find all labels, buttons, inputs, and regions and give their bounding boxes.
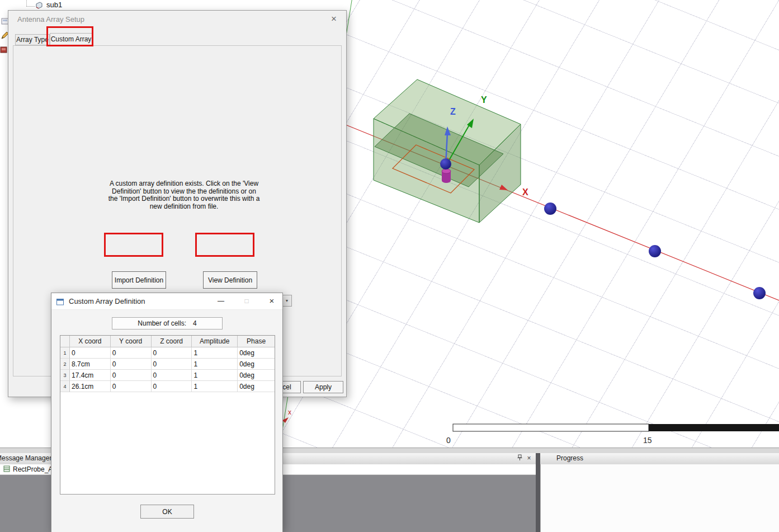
tab-array-type[interactable]: Array Type (15, 34, 50, 45)
cell-z[interactable]: 0 (152, 381, 192, 392)
col-header-phase: Phase (238, 336, 275, 347)
message-manager-title: Message Manager (0, 453, 51, 464)
cell-phase[interactable]: 0deg (238, 370, 275, 381)
dock-splitter[interactable] (536, 453, 540, 532)
table-row: 1 0 0 0 1 0deg (60, 347, 275, 359)
cell-amplitude[interactable]: 1 (192, 381, 238, 392)
progress-content (540, 464, 779, 532)
cell-x[interactable]: 8.7cm (70, 359, 111, 370)
row-index: 2 (60, 359, 70, 370)
project-tree-sliver: sub1 (0, 0, 348, 10)
cell-z[interactable]: 0 (152, 359, 192, 370)
view-definition-button[interactable]: View Definition (203, 271, 257, 289)
close-icon[interactable]: × (328, 13, 339, 25)
cell-amplitude[interactable]: 1 (192, 370, 238, 381)
number-of-cells-label: Number of cells: (138, 319, 186, 327)
dialog-title: Antenna Array Setup (17, 15, 84, 23)
row-index: 1 (60, 347, 70, 359)
tab-custom-array[interactable]: Custom Array (50, 33, 92, 46)
row-index: 3 (60, 370, 70, 381)
cell-x[interactable]: 17.4cm (70, 370, 111, 381)
corner-header (60, 336, 70, 347)
antenna-array-setup-title-bar[interactable]: Antenna Array Setup × (8, 11, 346, 27)
feed-probe[interactable] (442, 169, 451, 183)
minimize-icon[interactable]: — (216, 296, 226, 306)
cell-phase[interactable]: 0deg (238, 381, 275, 392)
close-icon[interactable]: × (267, 296, 277, 306)
number-of-cells-field: Number of cells: 4 (112, 317, 223, 329)
message-item-label: RectProbe_A (13, 465, 53, 473)
progress-title-bar[interactable]: Progress (540, 453, 779, 465)
dock-close-icon[interactable]: × (525, 454, 533, 463)
array-element-origin[interactable] (440, 158, 451, 170)
cell-amplitude[interactable]: 1 (192, 347, 238, 359)
cell-amplitude[interactable]: 1 (192, 359, 238, 370)
col-header-amplitude: Amplitude (192, 336, 238, 347)
tree-item-sub1[interactable]: sub1 (46, 1, 62, 9)
dock-pin-icon[interactable] (516, 454, 523, 463)
cell-y[interactable]: 0 (111, 370, 152, 381)
array-element-1[interactable] (544, 203, 556, 215)
tree-connector (26, 6, 35, 7)
cell-x[interactable]: 0 (70, 347, 111, 359)
custom-array-definition-title-bar[interactable]: Custom Array Definition — □ × (51, 293, 282, 310)
array-element-3[interactable] (753, 287, 766, 299)
table-header-row: X coord Y coord Z coord Amplitude Phase (60, 336, 275, 347)
dialog-title: Custom Array Definition (69, 297, 145, 305)
cell-z[interactable]: 0 (152, 370, 192, 381)
array-element-2[interactable] (649, 245, 661, 257)
progress-title: Progress (556, 453, 583, 464)
import-definition-button[interactable]: Import Definition (112, 271, 166, 289)
table-row: 3 17.4cm 0 0 1 0deg (60, 370, 275, 381)
cell-phase[interactable]: 0deg (238, 347, 275, 359)
cell-z[interactable]: 0 (152, 347, 192, 359)
local-cs-x-arrowhead (282, 417, 289, 423)
apply-button[interactable]: Apply (303, 381, 343, 393)
toolbar-material-icon[interactable] (0, 46, 8, 56)
progress-dock: Progress (540, 453, 779, 532)
col-header-z: Z coord (152, 336, 192, 347)
cells-table: X coord Y coord Z coord Amplitude Phase … (60, 335, 275, 495)
cell-y[interactable]: 0 (111, 381, 152, 392)
chevron-down-icon[interactable]: ▼ (282, 295, 291, 306)
col-header-y: Y coord (111, 336, 152, 347)
table-row: 2 8.7cm 0 0 1 0deg (60, 359, 275, 370)
row-index: 4 (60, 381, 70, 392)
message-item-icon (3, 465, 10, 474)
application-window: X Y Z x 0 15 sub1 Message Manager (0, 0, 779, 532)
tree-connector (26, 0, 27, 6)
ok-button[interactable]: OK (140, 505, 194, 519)
number-of-cells-value: 4 (193, 319, 197, 327)
col-header-x: X coord (70, 336, 111, 347)
cell-phase[interactable]: 0deg (238, 359, 275, 370)
scale-ruler (453, 424, 779, 431)
custom-array-definition-dialog: Custom Array Definition — □ × Number of … (51, 293, 283, 532)
table-row: 4 26.1cm 0 0 1 0deg (60, 381, 275, 392)
cell-y[interactable]: 0 (111, 359, 152, 370)
cell-y[interactable]: 0 (111, 347, 152, 359)
window-icon (56, 298, 64, 308)
cell-x[interactable]: 26.1cm (70, 381, 111, 392)
custom-array-message: A custom array definition exists. Click … (106, 180, 262, 210)
maximize-icon[interactable]: □ (242, 296, 252, 306)
